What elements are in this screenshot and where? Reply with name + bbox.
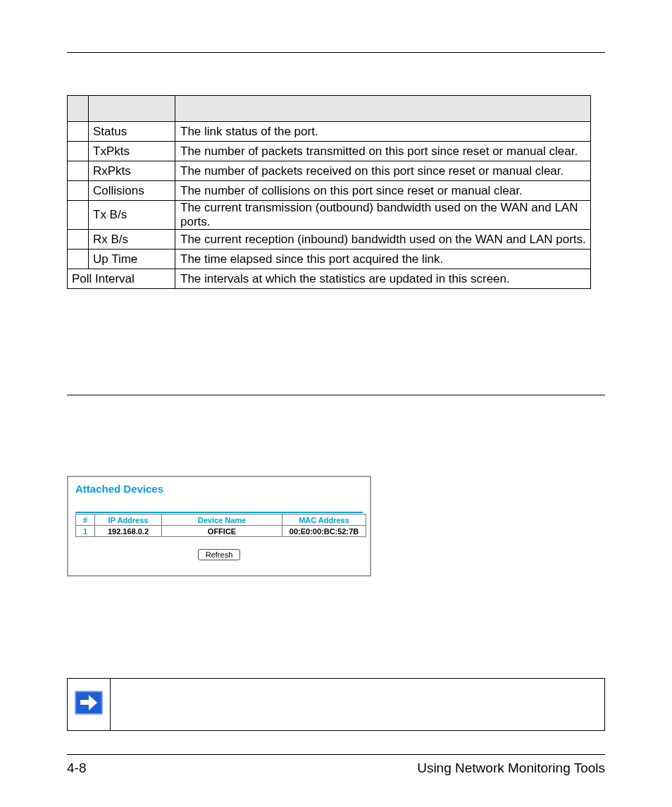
chapter-title: Using Network Monitoring Tools [417,760,605,776]
cell-ip: 192.168.0.2 [95,526,162,537]
cell-number: 1 [76,526,95,537]
table-header-row: # IP Address Device Name MAC Address [76,515,366,526]
col-number: # [76,515,95,526]
field-desc: The intervals at which the statistics ar… [175,269,591,289]
refresh-button[interactable]: Refresh [198,549,241,560]
table-row: Collisions The number of collisions on t… [68,181,591,201]
panel-title: Attached Devices [75,483,363,495]
page-footer: 4-8 Using Network Monitoring Tools [67,754,605,776]
field-label: RxPkts [89,161,175,181]
statistics-definitions-table: Status The link status of the port. TxPk… [67,95,591,289]
section-rule [67,395,605,395]
table-row: TxPkts The number of packets transmitted… [68,142,591,161]
col-ip: IP Address [95,515,162,526]
table-header-row [68,96,591,122]
col-device-name: Device Name [162,515,282,526]
footer-rule [67,754,605,755]
field-desc: The link status of the port. [175,122,591,142]
cell-device-name: OFFICE [162,526,282,537]
field-desc: The number of packets received on this p… [175,161,591,181]
table-row: Status The link status of the port. [68,122,591,142]
col-mac: MAC Address [282,515,366,526]
field-label: Poll Interval [68,269,175,289]
cell-mac: 00:E0:00:BC:52:7B [282,526,366,537]
panel-accent-rule [75,512,363,513]
table-row: Poll Interval The intervals at which the… [68,269,591,289]
field-desc: The number of collisions on this port si… [175,181,591,201]
field-desc: The time elapsed since this port acquire… [175,250,591,269]
field-label: Status [89,122,175,142]
field-desc: The current reception (inbound) bandwidt… [175,230,591,250]
table-row: RxPkts The number of packets received on… [68,161,591,181]
field-label: Up Time [89,250,175,269]
field-label: Rx B/s [89,230,175,250]
note-box [67,678,605,731]
field-label: Tx B/s [89,201,175,230]
arrow-right-icon [75,691,103,715]
table-row: Rx B/s The current reception (inbound) b… [68,230,591,250]
attached-devices-table: # IP Address Device Name MAC Address 1 1… [75,514,366,537]
table-row: 1 192.168.0.2 OFFICE 00:E0:00:BC:52:7B [76,526,366,537]
field-label: TxPkts [89,142,175,161]
field-desc: The number of packets transmitted on thi… [175,142,591,161]
table-row: Up Time The time elapsed since this port… [68,250,591,269]
field-label: Collisions [89,181,175,201]
page-number: 4-8 [67,760,86,776]
header-rule [67,52,605,53]
note-content [111,679,605,731]
table-row: Tx B/s The current transmission (outboun… [68,201,591,230]
field-desc: The current transmission (outbound) band… [175,201,591,230]
attached-devices-panel: Attached Devices # IP Address Device Nam… [67,476,371,577]
